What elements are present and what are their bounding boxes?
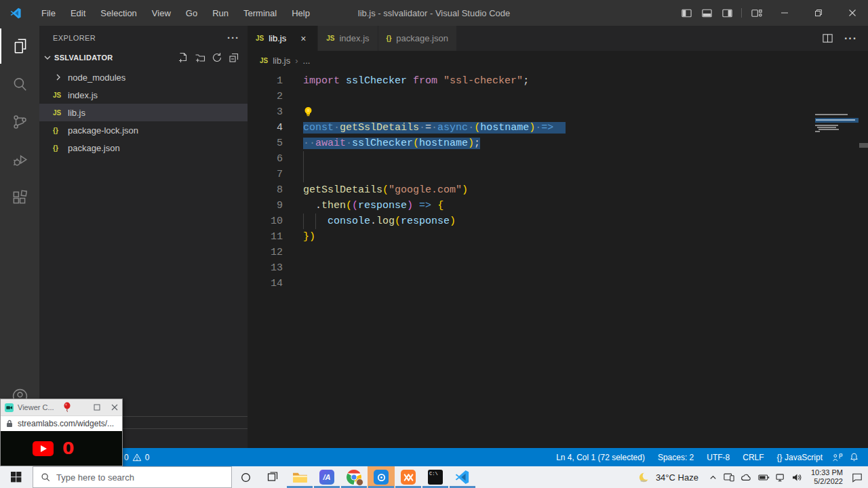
tab-index.js[interactable]: JSindex.js xyxy=(318,26,378,51)
taskbar-file-explorer[interactable] xyxy=(286,466,313,488)
menu-go[interactable]: Go xyxy=(178,5,205,21)
menu-selection[interactable]: Selection xyxy=(93,5,144,21)
taskbar-weather[interactable]: 34°C Haze xyxy=(638,471,698,484)
onedrive-cloud-icon[interactable] xyxy=(741,473,752,482)
menu-edit[interactable]: Edit xyxy=(63,5,93,21)
taskbar-search[interactable]: Type here to search xyxy=(33,466,232,488)
taskbar-clock[interactable]: 10:33 PM 5/2/2022 xyxy=(811,468,843,486)
extensions-icon[interactable] xyxy=(0,180,39,216)
language-mode[interactable]: {} JavaScript xyxy=(774,453,826,462)
customize-layout-icon[interactable] xyxy=(746,0,766,26)
editor-more-icon[interactable]: ··· xyxy=(844,33,857,45)
restore-button[interactable] xyxy=(803,0,834,26)
menu-help[interactable]: Help xyxy=(284,5,317,21)
tab-lib.js[interactable]: JSlib.js× xyxy=(248,26,318,51)
code-line[interactable]: 9 .then((response) => { xyxy=(248,198,868,214)
taskbar-vscode[interactable] xyxy=(449,466,476,488)
line-number[interactable]: 8 xyxy=(248,182,283,198)
toggle-panel-icon[interactable] xyxy=(696,0,717,26)
eol-sequence[interactable]: CRLF xyxy=(739,453,767,462)
close-button[interactable] xyxy=(837,0,868,26)
volume-icon[interactable] xyxy=(792,473,802,482)
code-line[interactable]: 1import sslChecker from "ssl-checker"; xyxy=(248,73,868,89)
code-line[interactable]: 11}) xyxy=(248,229,868,245)
problems-indicator[interactable]: 0 0 xyxy=(124,453,149,462)
scrollbar-thumb[interactable] xyxy=(859,143,868,148)
encoding[interactable]: UTF-8 xyxy=(703,453,733,462)
taskbar-app-a[interactable]: /A xyxy=(313,466,340,488)
line-number[interactable]: 9 xyxy=(248,198,283,214)
popup-restore-icon[interactable] xyxy=(94,401,100,413)
tab-close-icon[interactable]: × xyxy=(297,33,309,44)
battery-icon[interactable] xyxy=(758,474,770,481)
code-line[interactable]: 7 xyxy=(248,167,868,182)
code-line[interactable]: 4const·getSslDetails·=·async·(hostname)·… xyxy=(248,120,868,136)
popup-close-icon[interactable] xyxy=(111,401,118,413)
line-number[interactable]: 5 xyxy=(248,136,283,151)
phone-link-icon[interactable] xyxy=(724,472,734,482)
source-control-icon[interactable] xyxy=(0,104,39,140)
tray-chevron-up-icon[interactable] xyxy=(709,473,717,482)
menu-run[interactable]: Run xyxy=(205,5,236,21)
line-number[interactable]: 12 xyxy=(248,245,283,260)
menu-view[interactable]: View xyxy=(144,5,178,21)
popup-address-bar[interactable]: streamlabs.com/widgets/... xyxy=(1,415,122,431)
line-number[interactable]: 13 xyxy=(248,260,283,276)
feedback-icon[interactable] xyxy=(832,452,843,463)
line-number[interactable]: 10 xyxy=(248,214,283,229)
line-number[interactable]: 7 xyxy=(248,167,283,182)
file-item-index.js[interactable]: JSindex.js xyxy=(39,86,248,104)
split-editor-icon[interactable] xyxy=(822,33,833,44)
breadcrumb-more[interactable]: ... xyxy=(303,56,311,66)
code-line[interactable]: 8getSslDetails("google.com") xyxy=(248,182,868,198)
taskbar-xampp[interactable] xyxy=(395,466,422,488)
menu-terminal[interactable]: Terminal xyxy=(236,5,284,21)
line-number[interactable]: 14 xyxy=(248,276,283,291)
start-button[interactable] xyxy=(0,466,33,488)
indentation[interactable]: Spaces: 2 xyxy=(654,453,697,462)
cortana-button[interactable] xyxy=(232,466,259,488)
minimize-button[interactable] xyxy=(769,0,800,26)
toggle-secondary-sidebar-icon[interactable] xyxy=(717,0,737,26)
cursor-position[interactable]: Ln 4, Col 1 (72 selected) xyxy=(553,453,648,462)
minimap[interactable] xyxy=(815,114,859,137)
code-line[interactable]: 5··await·sslChecker(hostname); xyxy=(248,136,868,151)
network-icon[interactable] xyxy=(776,473,786,482)
code-line[interactable]: 14 xyxy=(248,276,868,291)
line-number[interactable]: 6 xyxy=(248,151,283,167)
code-line[interactable]: 3 xyxy=(248,104,868,120)
file-item-package.json[interactable]: {}package.json xyxy=(39,139,248,157)
task-view-button[interactable] xyxy=(259,466,286,488)
collapse-all-icon[interactable] xyxy=(229,52,239,63)
breadcrumb-file[interactable]: lib.js xyxy=(273,56,290,66)
line-number[interactable]: 1 xyxy=(248,73,283,89)
new-file-icon[interactable] xyxy=(178,52,189,63)
code-line[interactable]: 10 console.log(response) xyxy=(248,214,868,229)
run-debug-icon[interactable] xyxy=(0,142,39,178)
line-number[interactable]: 3 xyxy=(248,104,283,120)
notifications-bell-icon[interactable] xyxy=(849,452,859,462)
line-number[interactable]: 4 xyxy=(248,120,283,136)
taskbar-chrome[interactable] xyxy=(340,466,368,488)
code-line[interactable]: 2 xyxy=(248,89,868,104)
file-item-lib.js[interactable]: JSlib.js xyxy=(39,104,248,121)
file-item-package-lock.json[interactable]: {}package-lock.json xyxy=(39,121,248,139)
search-icon[interactable] xyxy=(0,66,39,102)
refresh-icon[interactable] xyxy=(212,52,222,63)
line-number[interactable]: 11 xyxy=(248,229,283,245)
popup-titlebar[interactable]: Viewer C... xyxy=(1,399,122,415)
explorer-icon[interactable] xyxy=(0,28,39,64)
line-number[interactable]: 2 xyxy=(248,89,283,104)
file-item-node_modules[interactable]: node_modules xyxy=(39,68,248,86)
menu-file[interactable]: File xyxy=(34,5,63,21)
code-line[interactable]: 13 xyxy=(248,260,868,276)
taskbar-streamlabs[interactable] xyxy=(368,466,395,488)
toggle-sidebar-icon[interactable] xyxy=(676,0,696,26)
code-line[interactable]: 12 xyxy=(248,245,868,260)
folder-section-header[interactable]: SSLVALIDATOR xyxy=(39,49,248,66)
code-editor[interactable]: 1import sslChecker from "ssl-checker";23… xyxy=(248,70,868,291)
taskbar-cmd[interactable]: C:\ xyxy=(422,466,449,488)
new-folder-icon[interactable] xyxy=(195,52,205,63)
code-line[interactable]: 6 xyxy=(248,151,868,167)
action-center-icon[interactable] xyxy=(852,472,863,483)
